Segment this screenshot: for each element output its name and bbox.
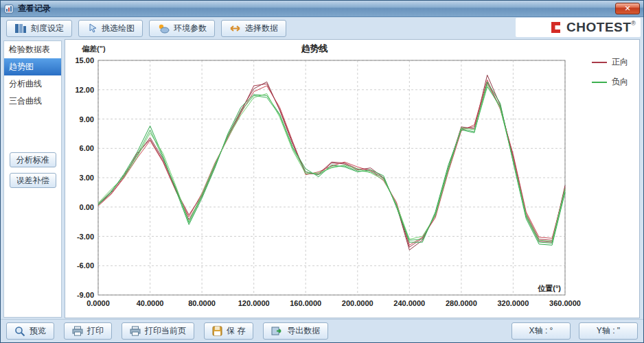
svg-text:240.0000: 240.0000 [393,299,425,307]
select-data-button[interactable]: 选择数据 [221,20,286,37]
chart-title: 趋势线 [65,43,564,55]
scale-settings-label: 刻度设定 [31,23,64,34]
brand-logo: CHOTEST ® [516,18,641,37]
sidebar-buttons: 分析标准 误差补偿 [4,152,61,188]
analysis-standard-button[interactable]: 分析标准 [10,152,56,167]
svg-text:15.00: 15.00 [75,56,94,64]
top-toolbar: 刻度设定 挑选绘图 环境参数 选择数据 [1,18,513,38]
window-title: 查看记录 [18,3,51,14]
sidebar-item-analysis-curve[interactable]: 分析曲线 [4,75,61,93]
hand-cursor-icon [87,23,97,34]
svg-text:9.00: 9.00 [80,115,94,123]
preview-label: 预览 [30,325,46,337]
scale-settings-button[interactable]: 刻度设定 [6,20,72,37]
titlebar: 查看记录 ✕ [1,1,643,17]
bottom-toolbar: 预览 打印 打印当前页 保 存 [1,319,643,342]
sun-cloud-icon [157,23,170,34]
svg-text:12.00: 12.00 [75,86,94,94]
svg-text:200.0000: 200.0000 [342,299,373,307]
legend-item: 负向 [592,76,628,88]
axis-unit-group: X轴 : ° Y轴 : " [511,322,638,340]
sidebar-item-triple-curve[interactable]: 三合曲线 [4,93,61,110]
svg-text:360.0000: 360.0000 [549,299,581,307]
pick-plot-label: 挑选绘图 [102,23,135,34]
printer-page-icon [130,326,141,336]
svg-text:40.0000: 40.0000 [137,299,164,307]
print-button[interactable]: 打印 [64,322,112,340]
legend-line-swatch [592,82,607,83]
app-window: 查看记录 ✕ 刻度设定 挑选绘图 环境参数 [0,0,644,343]
legend-label: 负向 [612,76,628,88]
export-data-label: 导出数据 [287,325,320,337]
svg-text:位置(°): 位置(°) [537,284,561,292]
pick-plot-button[interactable]: 挑选绘图 [78,20,143,37]
trend-line-chart: 0.000040.000080.0000120.0000160.0000200.… [65,55,640,317]
chart-panel: 偏差(") 趋势线 0.000040.000080.0000120.000016… [65,39,640,318]
svg-text:80.0000: 80.0000 [188,299,216,307]
print-label: 打印 [87,325,104,337]
svg-text:6.00: 6.00 [80,144,94,152]
chotest-logo-icon [550,21,564,34]
save-button[interactable]: 保 存 [204,322,253,340]
floppy-disk-icon [212,326,222,336]
svg-text:0.0000: 0.0000 [87,299,110,307]
brand-name: CHOTEST [566,20,631,35]
magnifier-icon [14,326,25,337]
environment-params-button[interactable]: 环境参数 [149,20,215,37]
svg-text:-9.00: -9.00 [77,291,94,299]
print-current-page-label: 打印当前页 [145,325,186,337]
sidebar-item-trend-chart[interactable]: 趋势图 [4,58,61,75]
legend-line-swatch [592,62,607,63]
preview-button[interactable]: 预览 [6,322,54,340]
svg-text:160.0000: 160.0000 [290,299,321,307]
scale-settings-icon [14,23,27,34]
select-data-label: 选择数据 [245,23,278,34]
chart-legend: 正向负向 [592,56,628,88]
error-compensation-button[interactable]: 误差补偿 [10,173,56,188]
print-current-page-button[interactable]: 打印当前页 [122,322,194,340]
export-data-button[interactable]: 导出数据 [263,322,328,340]
svg-text:-6.00: -6.00 [77,261,94,270]
svg-text:-3.00: -3.00 [77,233,94,241]
registered-mark: ® [631,20,636,27]
y-axis-unit-button[interactable]: Y轴 : " [579,322,638,340]
legend-item: 正向 [592,56,628,68]
svg-text:3.00: 3.00 [80,174,94,182]
sidebar: 检验数据表 趋势图 分析曲线 三合曲线 分析标准 误差补偿 [3,40,62,318]
x-axis-unit-button[interactable]: X轴 : ° [511,322,571,340]
legend-label: 正向 [612,56,628,68]
svg-text:320.0000: 320.0000 [497,299,529,307]
export-icon [271,326,283,336]
svg-text:0.00: 0.00 [80,203,94,211]
double-arrow-icon [229,24,241,33]
app-icon [4,4,14,14]
environment-params-label: 环境参数 [174,23,207,34]
sidebar-item-data-table[interactable]: 检验数据表 [4,41,61,58]
printer-icon [72,326,83,336]
svg-text:280.0000: 280.0000 [446,299,477,307]
svg-text:120.0000: 120.0000 [238,299,270,307]
save-label: 保 存 [227,325,245,337]
close-button[interactable]: ✕ [615,3,640,14]
